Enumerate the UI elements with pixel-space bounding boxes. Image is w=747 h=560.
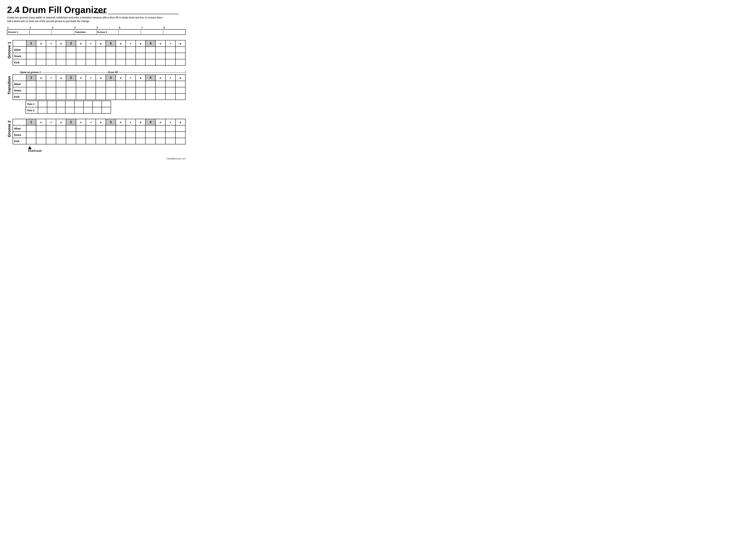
- drum-cell[interactable]: [26, 81, 36, 87]
- drum-cell[interactable]: [86, 132, 96, 138]
- drum-cell[interactable]: [106, 53, 116, 59]
- drum-cell[interactable]: [116, 125, 126, 132]
- drum-cell[interactable]: [66, 59, 76, 65]
- drum-cell[interactable]: [96, 81, 106, 87]
- drum-cell[interactable]: [155, 125, 165, 132]
- drum-cell[interactable]: [66, 53, 76, 59]
- drum-cell[interactable]: [136, 47, 146, 53]
- drum-cell[interactable]: [146, 53, 155, 59]
- drum-cell[interactable]: [165, 125, 175, 132]
- drum-cell[interactable]: [136, 94, 146, 100]
- name-underline[interactable]: [108, 14, 179, 14]
- drum-cell[interactable]: [116, 53, 126, 59]
- drum-cell[interactable]: [175, 81, 185, 87]
- drum-cell[interactable]: [46, 132, 56, 138]
- drum-cell[interactable]: [146, 59, 155, 65]
- drum-cell[interactable]: [46, 59, 56, 65]
- tom-cell[interactable]: [38, 107, 47, 113]
- drum-cell[interactable]: [165, 132, 175, 138]
- drum-cell[interactable]: [76, 53, 86, 59]
- tom-cell[interactable]: [93, 107, 102, 113]
- drum-cell[interactable]: [36, 132, 46, 138]
- drum-cell[interactable]: [26, 138, 36, 144]
- drum-cell[interactable]: [106, 87, 116, 94]
- drum-cell[interactable]: [126, 53, 136, 59]
- drum-cell[interactable]: [165, 53, 175, 59]
- tom-cell[interactable]: [47, 107, 56, 113]
- drum-cell[interactable]: [66, 132, 76, 138]
- drum-cell[interactable]: [96, 125, 106, 132]
- drum-cell[interactable]: [56, 81, 66, 87]
- drum-cell[interactable]: [155, 94, 165, 100]
- drum-cell[interactable]: [46, 47, 56, 53]
- drum-cell[interactable]: [76, 81, 86, 87]
- drum-cell[interactable]: [175, 94, 185, 100]
- drum-cell[interactable]: [66, 138, 76, 144]
- drum-cell[interactable]: [96, 94, 106, 100]
- drum-cell[interactable]: [86, 125, 96, 132]
- drum-cell[interactable]: [136, 132, 146, 138]
- tom-cell[interactable]: [65, 107, 74, 113]
- drum-cell[interactable]: [36, 81, 46, 87]
- drum-cell[interactable]: [155, 59, 165, 65]
- drum-cell[interactable]: [116, 132, 126, 138]
- drum-cell[interactable]: [106, 132, 116, 138]
- drum-cell[interactable]: [56, 125, 66, 132]
- drum-cell[interactable]: [96, 47, 106, 53]
- drum-cell[interactable]: [46, 53, 56, 59]
- drum-cell[interactable]: [106, 125, 116, 132]
- drum-cell[interactable]: [26, 125, 36, 132]
- drum-cell[interactable]: [175, 59, 185, 65]
- drum-cell[interactable]: [146, 94, 155, 100]
- drum-cell[interactable]: [26, 59, 36, 65]
- drum-cell[interactable]: [26, 132, 36, 138]
- drum-cell[interactable]: [36, 53, 46, 59]
- drum-cell[interactable]: [76, 132, 86, 138]
- drum-cell[interactable]: [165, 47, 175, 53]
- drum-cell[interactable]: [96, 87, 106, 94]
- drum-cell[interactable]: [96, 138, 106, 144]
- drum-cell[interactable]: [126, 47, 136, 53]
- drum-cell[interactable]: [146, 47, 155, 53]
- tom-cell[interactable]: [102, 107, 111, 113]
- drum-cell[interactable]: [36, 47, 46, 53]
- drum-cell[interactable]: [56, 138, 66, 144]
- drum-cell[interactable]: [155, 53, 165, 59]
- drum-cell[interactable]: [66, 125, 76, 132]
- drum-cell[interactable]: [76, 59, 86, 65]
- drum-cell[interactable]: [136, 81, 146, 87]
- drum-cell[interactable]: [86, 53, 96, 59]
- drum-cell[interactable]: [136, 53, 146, 59]
- drum-cell[interactable]: [155, 138, 165, 144]
- drum-cell[interactable]: [56, 132, 66, 138]
- drum-cell[interactable]: [26, 53, 36, 59]
- drum-cell[interactable]: [175, 138, 185, 144]
- drum-cell[interactable]: [116, 138, 126, 144]
- drum-cell[interactable]: [126, 94, 136, 100]
- drum-cell[interactable]: [126, 138, 136, 144]
- drum-cell[interactable]: [165, 138, 175, 144]
- drum-cell[interactable]: [76, 138, 86, 144]
- drum-cell[interactable]: [175, 125, 185, 132]
- drum-cell[interactable]: [136, 138, 146, 144]
- tom-cell[interactable]: [56, 107, 65, 113]
- drum-cell[interactable]: [136, 125, 146, 132]
- drum-cell[interactable]: [146, 138, 155, 144]
- tom-cell[interactable]: [74, 101, 83, 107]
- drum-cell[interactable]: [106, 94, 116, 100]
- drum-cell[interactable]: [56, 59, 66, 65]
- drum-cell[interactable]: [136, 87, 146, 94]
- drum-cell[interactable]: [146, 87, 155, 94]
- drum-cell[interactable]: [86, 59, 96, 65]
- drum-cell[interactable]: [76, 87, 86, 94]
- tom-cell[interactable]: [65, 101, 74, 107]
- drum-cell[interactable]: [126, 81, 136, 87]
- drum-cell[interactable]: [126, 125, 136, 132]
- tom-cell[interactable]: [83, 101, 93, 107]
- drum-cell[interactable]: [165, 87, 175, 94]
- drum-cell[interactable]: [36, 125, 46, 132]
- drum-cell[interactable]: [126, 87, 136, 94]
- tom-cell[interactable]: [93, 101, 102, 107]
- tom-cell[interactable]: [47, 101, 56, 107]
- drum-cell[interactable]: [56, 47, 66, 53]
